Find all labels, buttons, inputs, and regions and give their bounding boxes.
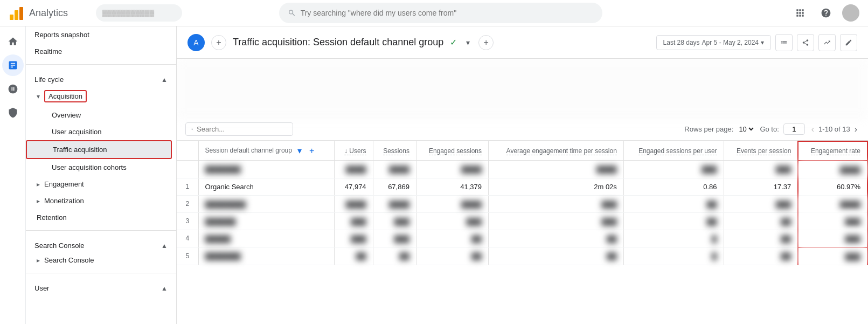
svg-rect-0: [10, 15, 13, 20]
title-dropdown-button[interactable]: ▾: [460, 35, 475, 50]
content-avatar: A: [188, 34, 205, 51]
table-search[interactable]: [185, 122, 293, 136]
sidebar-item-overview[interactable]: Overview: [26, 107, 172, 123]
row5-channel: ▓▓▓▓▓▓▓: [198, 247, 335, 265]
pagination: ‹ 1-10 of 13 ›: [809, 123, 859, 135]
totals-rate: ▓▓▓▓: [798, 161, 867, 178]
advertising-icon[interactable]: [2, 102, 24, 123]
sidebar-item-user-acquisition[interactable]: User acquisition: [26, 123, 172, 140]
th-engaged-per-user: Engaged sessions per user: [623, 141, 724, 161]
th-users: ↓ Users: [335, 141, 373, 161]
search-console-expand-icon[interactable]: ▲: [161, 242, 168, 250]
svg-rect-1: [15, 10, 18, 20]
acquisition-expand-icon: ▾: [37, 93, 40, 100]
account-pill[interactable]: ▓▓▓▓▓▓▓▓▓▓▓: [96, 4, 182, 22]
content-area: A + Traffic acquisition: Session default…: [177, 26, 868, 324]
nav-content: Reports snapshot Realtime Life cycle ▲ ▾…: [26, 26, 176, 324]
logo-area: Analytics: [9, 5, 89, 21]
avatar[interactable]: [842, 4, 859, 22]
row3-num: 3: [177, 212, 198, 230]
table-search-icon: [191, 126, 193, 133]
totals-users: ▓▓▓▓: [335, 161, 373, 178]
monetization-expand-icon: ▸: [37, 197, 40, 205]
page-title: Traffic acquisition: Session default cha…: [233, 37, 443, 48]
add-comparison-button[interactable]: +: [211, 35, 226, 50]
search-bar[interactable]: [279, 3, 602, 23]
date-range-button[interactable]: Last 28 days Apr 5 - May 2, 2024 ▾: [656, 35, 771, 50]
goto-label: Go to:: [760, 125, 779, 133]
nav-icon-rail: [0, 26, 26, 324]
apps-icon[interactable]: [790, 3, 810, 23]
next-page-button[interactable]: ›: [852, 123, 859, 135]
overview-label: Overview: [52, 111, 81, 119]
table-row: 2 ▓▓▓▓▓▓▓▓ ▓▓▓▓ ▓▓▓▓ ▓▓▓▓ ▓▓▓ ▓▓ ▓▓▓ ▓▓▓…: [177, 195, 867, 212]
acquisition-label: Acquisition: [44, 90, 87, 102]
channel-dropdown-button[interactable]: ▾: [295, 146, 304, 156]
date-dropdown-icon: ▾: [761, 39, 764, 46]
totals-per-user: ▓▓▓: [623, 161, 724, 178]
date-label: Last 28 days: [663, 39, 700, 46]
trend-button[interactable]: [818, 34, 836, 51]
data-table: Session default channel group ▾ + ↓ User…: [177, 141, 868, 265]
sidebar-item-reports-snapshot[interactable]: Reports snapshot: [26, 26, 172, 43]
user-section-header: User ▲: [26, 278, 176, 294]
sidebar-item-monetization[interactable]: ▸ Monetization: [26, 192, 172, 209]
realtime-label: Realtime: [34, 47, 62, 56]
sidebar-item-user-acquisition-cohorts[interactable]: User acquisition cohorts: [26, 159, 172, 176]
top-bar: Analytics ▓▓▓▓▓▓▓▓▓▓▓: [0, 0, 868, 26]
retention-label: Retention: [37, 213, 67, 222]
traffic-acquisition-label: Traffic acquisition: [53, 146, 107, 154]
th-channel: Session default channel group ▾ +: [198, 141, 335, 161]
analytics-logo: [9, 5, 25, 21]
rows-per-page-select[interactable]: 10 25 50: [737, 125, 755, 134]
goto-input[interactable]: [783, 123, 805, 135]
sidebar-item-realtime[interactable]: Realtime: [26, 43, 172, 60]
sidebar-item-retention[interactable]: Retention: [26, 209, 172, 226]
left-nav: Reports snapshot Realtime Life cycle ▲ ▾…: [26, 26, 177, 324]
th-sessions: Sessions: [373, 141, 416, 161]
lifecycle-expand-icon[interactable]: ▲: [161, 76, 168, 84]
table-row: 3 ▓▓▓▓▓▓ ▓▓▓ ▓▓▓ ▓▓▓ ▓▓▓ ▓▓ ▓▓ ▓▓▓: [177, 212, 867, 230]
home-icon[interactable]: [2, 31, 24, 52]
row1-avg-engagement: 2m 02s: [488, 178, 623, 195]
th-engagement-rate: Engagement rate: [798, 141, 867, 161]
sidebar-item-traffic-acquisition[interactable]: Traffic acquisition: [26, 140, 172, 159]
reports-icon[interactable]: [2, 54, 24, 76]
share-button[interactable]: [797, 34, 814, 51]
table-search-input[interactable]: [197, 125, 287, 133]
help-icon[interactable]: [816, 3, 836, 23]
content-header: A + Traffic acquisition: Session default…: [177, 26, 868, 59]
totals-channel: ▓▓▓▓▓▓▓: [198, 161, 335, 178]
title-add-button[interactable]: +: [478, 35, 494, 50]
search-icon: [288, 9, 296, 17]
svg-rect-2: [19, 7, 23, 20]
search-input[interactable]: [301, 9, 594, 17]
rows-per-page: Rows per page: 10 25 50: [684, 125, 755, 134]
totals-avg: ▓▓▓▓: [488, 161, 623, 178]
th-avg-engagement: Average engagement time per session: [488, 141, 623, 161]
sidebar-item-search-console[interactable]: ▸ Search Console: [26, 252, 172, 268]
row1-engaged-per-user: 0.86: [623, 178, 724, 195]
nav-divider-3: [26, 273, 176, 273]
totals-row: ▓▓▓▓▓▓▓ ▓▓▓▓ ▓▓▓▓ ▓▓▓▓ ▓▓▓▓ ▓▓▓ ▓▓▓ ▓▓▓▓: [177, 161, 867, 178]
chart-view-button[interactable]: [775, 34, 793, 51]
edit-button[interactable]: [840, 34, 857, 51]
reports-snapshot-label: Reports snapshot: [34, 31, 89, 39]
row1-engagement-rate: 60.97%: [798, 178, 867, 195]
channel-add-button[interactable]: +: [307, 146, 316, 156]
sidebar-item-acquisition[interactable]: ▾ Acquisition: [26, 86, 172, 107]
th-num: [177, 141, 198, 161]
search-console-section-label: Search Console: [34, 242, 85, 250]
user-section-expand-icon[interactable]: ▲: [161, 285, 168, 292]
sidebar-item-engagement[interactable]: ▸ Engagement: [26, 176, 172, 192]
search-console-arrow: ▸: [37, 257, 40, 264]
table-row: 5 ▓▓▓▓▓▓▓ ▓▓ ▓▓ ▓▓ ▓▓ ▓ ▓▓ ▓▓▓: [177, 247, 867, 265]
search-console-label: Search Console: [44, 256, 94, 264]
prev-page-button[interactable]: ‹: [809, 123, 816, 135]
row1-channel[interactable]: Organic Search: [198, 178, 335, 195]
explore-icon[interactable]: [2, 78, 24, 100]
date-range-text: Apr 5 - May 2, 2024: [702, 39, 759, 46]
table-area: Rows per page: 10 25 50 Go to: ‹ 1-10 of…: [177, 59, 868, 324]
nav-divider-2: [26, 230, 176, 231]
search-console-section-header: Search Console ▲: [26, 235, 176, 252]
